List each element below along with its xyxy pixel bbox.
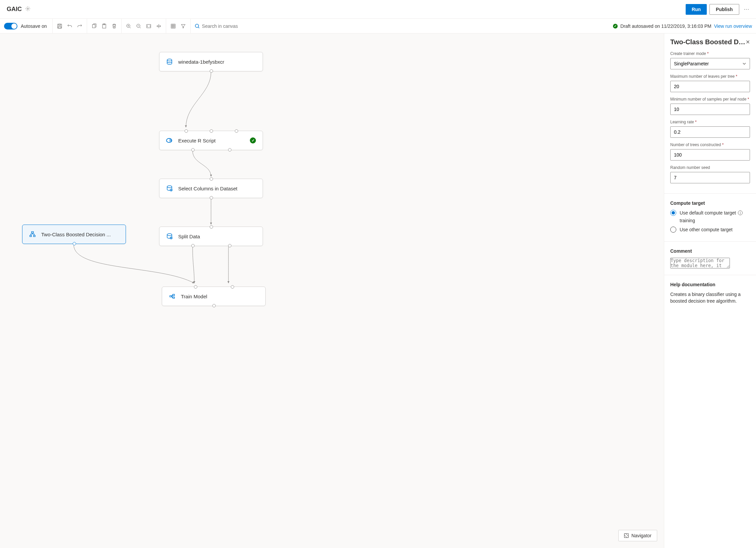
num-trees-input[interactable] <box>670 149 750 161</box>
node-label: Train Model <box>181 294 259 299</box>
close-icon[interactable]: ✕ <box>746 39 750 45</box>
node-label: Two-Class Boosted Decision ... <box>41 232 119 237</box>
header: GAIC Run Publish ··· <box>0 0 756 19</box>
gear-icon[interactable] <box>25 6 30 12</box>
num-trees-label: Number of trees constructed * <box>670 142 750 147</box>
tree-icon <box>29 231 36 238</box>
actual-size-icon[interactable] <box>154 21 164 31</box>
compute-other-label: Use other compute target <box>680 227 733 232</box>
svg-rect-4 <box>92 24 95 28</box>
canvas[interactable]: winedata-1befysbxcr R Execute R Script S… <box>0 34 664 548</box>
node-train-model[interactable]: Train Model <box>162 287 266 306</box>
compute-other-radio[interactable] <box>670 227 676 233</box>
compute-default-label: Use default compute target <box>680 210 736 216</box>
learning-rate-label: Learning rate * <box>670 120 750 124</box>
node-select-columns[interactable]: Select Columns in Dataset <box>159 179 263 198</box>
status-check-icon <box>613 24 618 28</box>
trainer-mode-select[interactable]: SingleParameter <box>670 58 750 69</box>
node-label: winedata-1befysbxcr <box>178 59 256 65</box>
view-run-link[interactable]: View run overview <box>714 23 752 29</box>
panel-title: Two-Class Boosted Decisi... <box>670 38 746 46</box>
filter-icon[interactable] <box>178 21 188 31</box>
split-icon <box>166 233 173 240</box>
comment-title: Comment <box>670 248 750 254</box>
redo-icon[interactable] <box>75 21 85 31</box>
paste-icon[interactable] <box>99 21 109 31</box>
autosave-label: Autosave on <box>21 23 47 29</box>
navigator-icon <box>624 533 629 538</box>
trainer-mode-label: Create trainer mode * <box>670 51 750 56</box>
undo-icon[interactable] <box>65 21 75 31</box>
seed-label: Random number seed <box>670 165 750 170</box>
svg-point-15 <box>167 186 172 188</box>
svg-point-11 <box>195 24 199 27</box>
toolbar: Autosave on Draft autosaved on 11/22/201… <box>0 19 756 34</box>
help-text: Creates a binary classifier using a boos… <box>670 291 750 304</box>
svg-rect-22 <box>170 296 171 297</box>
compute-default-radio[interactable] <box>670 210 676 216</box>
svg-point-17 <box>167 234 172 236</box>
node-label: Select Columns in Dataset <box>178 186 256 191</box>
success-icon <box>250 137 256 143</box>
zoom-out-icon[interactable] <box>134 21 144 31</box>
compute-default-sub: training <box>680 218 750 223</box>
copy-icon[interactable] <box>89 21 99 31</box>
save-icon[interactable] <box>55 21 65 31</box>
node-label: Execute R Script <box>178 138 250 143</box>
autosave-status: Draft autosaved on 11/22/2019, 3:16:03 P… <box>620 23 711 29</box>
svg-rect-19 <box>31 232 33 233</box>
svg-point-0 <box>27 8 28 9</box>
svg-rect-9 <box>147 24 151 28</box>
publish-button[interactable]: Publish <box>709 4 739 15</box>
canvas-search-input[interactable] <box>202 23 289 29</box>
run-button[interactable]: Run <box>686 4 707 15</box>
learning-rate-input[interactable] <box>670 126 750 138</box>
more-icon[interactable]: ··· <box>744 6 749 12</box>
edges <box>0 34 664 548</box>
svg-rect-20 <box>30 235 31 237</box>
node-split-data[interactable]: Split Data <box>159 227 263 246</box>
search-icon <box>195 23 200 29</box>
delete-icon[interactable] <box>109 21 119 31</box>
node-r-script[interactable]: R Execute R Script <box>159 131 263 150</box>
properties-panel: Two-Class Boosted Decisi... ✕ Create tra… <box>664 34 756 548</box>
svg-point-12 <box>167 59 172 61</box>
navigator-label: Navigator <box>631 533 651 538</box>
node-boosted-decision[interactable]: Two-Class Boosted Decision ... <box>22 225 126 244</box>
svg-rect-21 <box>33 235 35 237</box>
r-icon: R <box>166 137 173 144</box>
svg-rect-2 <box>59 24 61 25</box>
min-samples-input[interactable] <box>670 104 750 115</box>
zoom-in-icon[interactable] <box>124 21 134 31</box>
min-samples-label: Minimum number of samples per leaf node … <box>670 97 750 102</box>
node-label: Split Data <box>178 234 256 239</box>
navigator-button[interactable]: Navigator <box>618 530 657 541</box>
comment-textarea[interactable] <box>670 258 730 268</box>
autosave-toggle[interactable] <box>4 23 17 29</box>
max-leaves-label: Maximum number of leaves per tree * <box>670 74 750 79</box>
columns-icon <box>166 185 173 192</box>
seed-input[interactable] <box>670 172 750 183</box>
svg-rect-23 <box>173 294 175 296</box>
grid-icon[interactable] <box>168 21 178 31</box>
fit-icon[interactable] <box>144 21 154 31</box>
train-icon <box>169 293 176 300</box>
max-leaves-input[interactable] <box>670 81 750 92</box>
svg-rect-10 <box>171 24 175 28</box>
svg-text:R: R <box>169 139 172 142</box>
info-icon[interactable]: i <box>738 210 743 215</box>
svg-rect-24 <box>173 297 175 298</box>
svg-rect-3 <box>58 26 61 28</box>
help-title: Help documentation <box>670 282 750 287</box>
compute-target-title: Compute target <box>670 200 750 206</box>
node-dataset[interactable]: winedata-1befysbxcr <box>159 52 263 71</box>
database-icon <box>166 58 173 65</box>
page-title: GAIC <box>7 6 22 13</box>
